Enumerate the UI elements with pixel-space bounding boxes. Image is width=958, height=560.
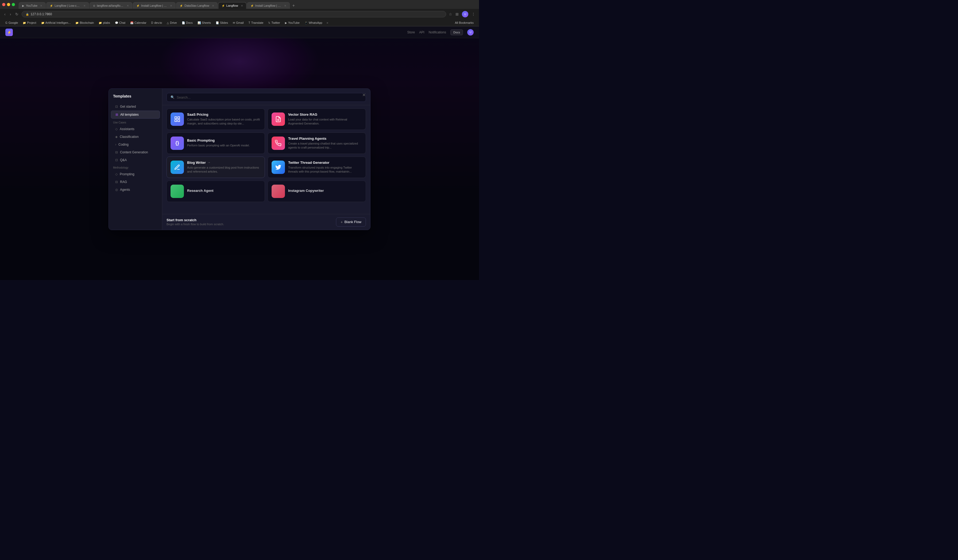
bookmark-slides-icon: 📑 [216,21,219,24]
sidebar-item-rag-label: RAG [120,180,127,184]
bookmark-docs[interactable]: 📄 Docs [179,21,195,25]
bookmark-slides[interactable]: 📑 Slides [214,21,230,25]
tab-github[interactable]: ⊙ langflow-ai/langflow: L... ✕ [90,2,132,9]
template-card-research-agent[interactable]: Research Agent [167,180,265,202]
bookmark-all[interactable]: All Bookmarks [453,21,476,25]
template-desc-vector-store: Load your data for chat context with Ret… [288,117,362,126]
tab-langflow2-close[interactable]: ✕ [241,4,243,7]
bookmark-project-label: Project [27,21,36,24]
new-tab-button[interactable]: + [290,3,297,8]
tab-install1[interactable]: ⚡ Install Langflow | Lang... ✕ [133,2,176,9]
bookmark-blockchain[interactable]: 📁 Blockchain [73,21,96,25]
template-desc-basic-prompting: Perform basic prompting with an OpenAI m… [187,144,261,147]
template-info-saas-pricing: SaaS Pricing Calculate SaaS subscription… [187,112,261,126]
tab-langflow1-close[interactable]: ✕ [83,4,86,7]
template-icon-research-agent [171,185,184,198]
bookmark-drive[interactable]: △ Drive [165,21,179,25]
template-card-basic-prompting[interactable]: {} Basic Prompting Perform basic prompti… [167,133,265,154]
template-card-travel-planning[interactable]: Travel Planning Agents Create a travel p… [268,133,366,154]
template-card-blog-writer[interactable]: Blog Writer → Auto-generate a customized… [167,157,265,178]
template-title-instagram: Instagram Copywriter [288,188,362,193]
bookmark-youtube[interactable]: ▶ YouTube [283,21,302,25]
template-icon-saas-pricing [171,112,184,126]
sidebar-item-classification[interactable]: ◈ Classification [111,133,160,141]
bookmark-drive-icon: △ [167,21,169,24]
bookmark-whatsapp[interactable]: 📱 WhatsApp [302,21,325,25]
close-traffic-light[interactable] [2,3,5,6]
bookmark-blockchain-label: Blockchain [80,21,94,24]
template-title-saas-pricing: SaaS Pricing [187,112,261,117]
sidebar-item-prompting[interactable]: ◇ Prompting [111,171,160,178]
agents-icon: ◎ [115,188,118,191]
sidebar-item-all-templates[interactable]: ⊞ All templates [111,111,160,119]
tab-langflow2[interactable]: ⚡ Langflow ✕ [218,2,246,9]
tab-youtube-close[interactable]: ✕ [40,4,42,7]
bookmark-google-label: Google [8,21,18,24]
minimize-traffic-light[interactable] [7,3,10,6]
header-docs-button[interactable]: Docs [450,29,463,35]
tab-langflow1[interactable]: ⚡ Langflow | Low-code A... ✕ [46,2,89,9]
modal-close-button[interactable]: ✕ [361,92,367,98]
sidebar-item-rag[interactable]: ⊟ RAG [111,178,160,186]
back-button[interactable]: ‹ [3,11,7,17]
forward-button[interactable]: › [9,11,12,17]
all-templates-icon: ⊞ [116,113,118,117]
search-input[interactable] [177,95,362,100]
svg-rect-0 [175,117,177,119]
tab-install1-close[interactable]: ✕ [170,4,172,7]
sidebar-item-assistants[interactable]: ◇ Assistants [111,125,160,133]
tab-install2-close[interactable]: ✕ [284,4,286,7]
blank-flow-button[interactable]: + Blank Flow [336,217,366,226]
star-button[interactable]: ☆ [448,11,453,17]
template-icon-vector-store [271,112,285,126]
sidebar-item-coding[interactable]: › Coding [111,141,160,148]
header-profile-avatar[interactable]: U [467,29,474,36]
tab-youtube[interactable]: ▶ YouTube ✕ [19,2,46,9]
modal-bottom: Start from scratch Begin with a fresh fl… [162,214,370,230]
bookmark-ai[interactable]: 📁 Artificial Intelligen... [39,21,73,25]
bookmarks-overflow[interactable]: » [325,21,330,25]
template-card-vector-store[interactable]: Vector Store RAG Load your data for chat… [268,109,366,130]
bookmark-devto[interactable]: D dev.to [149,21,164,25]
menu-button[interactable]: ⋮ [471,11,476,17]
tab-install1-label: Install Langflow | Lang... [141,4,167,7]
sidebar-item-content-generation[interactable]: ⊟ Content Generation [111,149,160,156]
template-card-twitter-thread[interactable]: Twitter Thread Generator Transform struc… [268,157,366,178]
template-info-travel-planning: Travel Planning Agents Create a travel p… [288,136,362,150]
bookmark-youtube-icon: ▶ [285,21,287,24]
bookmark-gmail[interactable]: ✉ Gmail [231,21,246,25]
tab-install2[interactable]: ⚡ Install Langflow | Lang... ✕ [247,2,290,9]
modal-overlay: Templates ⊡ Get started ⊞ All templates … [0,38,479,280]
bookmark-plabs[interactable]: 📁 plabs [97,21,112,25]
profile-button[interactable]: U [462,10,469,18]
sidebar-item-qa[interactable]: ⊡ Q&A [111,156,160,164]
tab-youtube-icon: ▶ [22,4,24,7]
template-title-research-agent: Research Agent [187,188,261,193]
bookmark-youtube-label: YouTube [288,21,300,24]
template-card-instagram[interactable]: Instagram Copywriter [268,180,366,202]
bookmark-google[interactable]: G Google [3,21,20,25]
fullscreen-traffic-light[interactable] [12,3,15,6]
extensions-button[interactable]: ⊞ [455,11,459,17]
bookmarks-bar: G Google 📁 Project 📁 Artificial Intellig… [0,19,479,26]
bookmark-ai-icon: 📁 [41,21,44,24]
template-card-saas-pricing[interactable]: SaaS Pricing Calculate SaaS subscription… [167,109,265,130]
bookmark-translate[interactable]: T Translate [246,21,266,25]
bookmark-project[interactable]: 📁 Project [21,21,38,25]
tab-datastax-close[interactable]: ✕ [212,4,214,7]
header-notifications: Notifications [429,30,446,34]
bookmark-sheets[interactable]: 📊 Sheets [195,21,213,25]
bookmark-calendar[interactable]: 📅 Calendar [128,21,149,25]
bookmark-chat[interactable]: 💬 Chat [113,21,127,25]
tab-github-close[interactable]: ✕ [127,4,129,7]
bookmark-sheets-label: Sheets [202,21,211,24]
bookmark-twitter-icon: 𝕏 [268,21,270,24]
refresh-button[interactable]: ↻ [14,11,19,17]
tab-install2-icon: ⚡ [251,4,254,7]
tab-datastax[interactable]: ⚡ DataStax Langflow ✕ [176,2,217,9]
sidebar-item-agents[interactable]: ◎ Agents [111,186,160,193]
bookmark-twitter[interactable]: 𝕏 Twitter [266,21,282,25]
sidebar-item-get-started[interactable]: ⊡ Get started [111,103,160,110]
address-bar[interactable]: 🔒 127.0.0.1:7860 [22,11,446,17]
nav-icons: ☆ ⊞ U ⋮ [448,10,476,18]
